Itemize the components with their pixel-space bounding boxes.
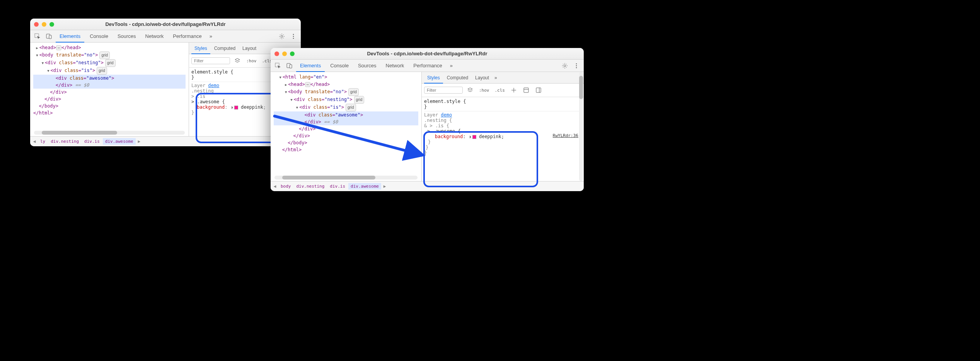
tab-elements[interactable]: Elements (296, 60, 325, 72)
element-style-rule[interactable]: element.style { } (424, 99, 581, 109)
dom-tree[interactable]: <head>⋯</head> <body translate="no">grid… (30, 43, 189, 136)
kebab-icon[interactable] (288, 31, 298, 41)
tab-console[interactable]: Console (326, 60, 353, 72)
grid-badge[interactable]: grid (105, 59, 116, 67)
tab-sources[interactable]: Sources (354, 60, 380, 72)
zoom-icon[interactable] (49, 22, 54, 27)
horizontal-scrollbar[interactable] (34, 131, 185, 135)
subtab-styles[interactable]: Styles (191, 43, 210, 54)
titlebar[interactable]: DevTools - cdpn.io/web-dot-dev/fullpage/… (30, 19, 301, 30)
dom-selected-row[interactable]: <div class="awesome"> (274, 111, 418, 118)
crumb-nesting[interactable]: div.nesting (294, 183, 327, 190)
nested-rule[interactable]: RwYLRdr:36 .nesting { & > .is { > .aweso… (424, 118, 581, 156)
css-property-name[interactable]: background (197, 104, 225, 110)
subtab-styles[interactable]: Styles (424, 72, 443, 84)
source-link[interactable]: RwYLRdr:36 (553, 133, 578, 138)
grid-badge[interactable]: grid (97, 67, 107, 75)
subtab-computed[interactable]: Computed (211, 43, 239, 54)
layers-icon[interactable] (465, 85, 475, 95)
minimize-icon[interactable] (42, 22, 46, 27)
dom-div-is[interactable]: div (302, 104, 310, 110)
breadcrumb-scroll-right-icon[interactable]: ▶ (136, 139, 142, 144)
dom-head-open[interactable]: <head> (39, 45, 56, 50)
gear-icon[interactable] (560, 61, 570, 71)
close-icon[interactable] (274, 51, 279, 56)
cls-toggle[interactable]: .cls (493, 87, 507, 93)
tab-console[interactable]: Console (86, 30, 112, 43)
tab-performance[interactable]: Performance (169, 30, 205, 43)
tab-elements[interactable]: Elements (56, 30, 84, 43)
subtab-layout[interactable]: Layout (472, 72, 492, 84)
close-icon[interactable] (34, 22, 39, 27)
tab-network[interactable]: Network (141, 30, 168, 43)
dom-head-open[interactable]: <head> (288, 82, 305, 87)
plus-icon[interactable] (509, 85, 519, 95)
layer-link[interactable]: demo (208, 83, 219, 88)
inspect-icon[interactable] (32, 31, 43, 41)
collapsed-ellipsis-icon[interactable]: ⋯ (305, 82, 310, 87)
grid-badge[interactable]: grid (346, 104, 356, 111)
dom-div-nesting[interactable]: div (48, 60, 56, 65)
dom-body-tag[interactable]: body (291, 89, 302, 94)
styles-rules[interactable]: element.style { } Layer demo RwYLRdr:36 … (422, 97, 584, 181)
dom-div-nesting[interactable]: div (297, 97, 305, 102)
dom-html-tag[interactable]: html (285, 74, 297, 80)
dom-body-tag[interactable]: body (42, 52, 53, 58)
inspect-icon[interactable] (273, 61, 283, 71)
subtab-computed[interactable]: Computed (444, 72, 471, 84)
subtab-overflow[interactable]: » (493, 72, 499, 84)
css-property-value[interactable]: deeppink (241, 104, 263, 110)
dom-div-awesome[interactable]: div (307, 112, 316, 118)
dom-close-html: </html> (282, 147, 302, 152)
computed-icon[interactable] (521, 85, 531, 95)
panel-toggle-icon[interactable] (533, 85, 544, 95)
tab-network[interactable]: Network (382, 60, 408, 72)
dom-div-is[interactable]: div (53, 68, 62, 73)
device-toggle-icon[interactable] (285, 61, 295, 71)
dom-selected-row[interactable]: <div class="awesome"> (33, 75, 186, 82)
crumb-is[interactable]: div.is (82, 138, 102, 145)
vertical-scrollbar[interactable] (579, 72, 583, 181)
hov-toggle[interactable]: :hov (245, 58, 258, 64)
crumb-awesome[interactable]: div.awesome (348, 183, 381, 190)
styles-filter-input[interactable] (191, 57, 230, 64)
crumb-body[interactable]: ly (38, 138, 48, 145)
horizontal-scrollbar[interactable] (274, 176, 418, 180)
css-property-value[interactable]: deeppink (479, 134, 501, 139)
crumb-awesome[interactable]: div.awesome (103, 138, 136, 145)
expand-shorthand-icon[interactable] (232, 106, 233, 109)
hov-toggle[interactable]: :hov (477, 87, 491, 93)
expand-shorthand-icon[interactable] (470, 135, 471, 139)
minimize-icon[interactable] (282, 51, 287, 56)
grid-badge[interactable]: grid (348, 88, 359, 96)
grid-badge[interactable]: grid (354, 96, 365, 104)
breadcrumb-scroll-right-icon[interactable]: ▶ (382, 184, 387, 189)
color-swatch-icon[interactable] (234, 106, 238, 109)
gear-icon[interactable] (277, 31, 287, 41)
layers-icon[interactable] (232, 56, 242, 66)
breadcrumb-scroll-left-icon[interactable]: ◀ (32, 139, 37, 144)
crumb-body[interactable]: body (278, 183, 293, 190)
styles-filter-input[interactable] (424, 87, 463, 94)
tab-overflow[interactable]: » (207, 30, 215, 43)
device-toggle-icon[interactable] (44, 31, 54, 41)
tab-overflow[interactable]: » (448, 60, 455, 72)
layer-link[interactable]: demo (441, 112, 452, 118)
kebab-icon[interactable] (571, 61, 581, 71)
subtab-layout[interactable]: Layout (239, 43, 259, 54)
tab-sources[interactable]: Sources (114, 30, 140, 43)
color-swatch-icon[interactable] (472, 135, 476, 139)
titlebar[interactable]: DevTools - cdpn.io/web-dot-dev/fullpage/… (271, 48, 584, 60)
collapsed-ellipsis-icon[interactable]: ⋯ (56, 45, 61, 50)
crumb-nesting[interactable]: div.nesting (48, 138, 81, 145)
dom-breadcrumb: ◀ body div.nesting div.is div.awesome ▶ (271, 181, 584, 191)
grid-badge[interactable]: grid (99, 51, 110, 59)
breadcrumb-scroll-left-icon[interactable]: ◀ (272, 184, 278, 189)
crumb-is[interactable]: div.is (327, 183, 348, 190)
zoom-icon[interactable] (290, 51, 295, 56)
dom-tree[interactable]: <html lang="en"> <head>⋯</head> <body tr… (271, 72, 421, 181)
svg-point-3 (281, 35, 283, 37)
tab-performance[interactable]: Performance (409, 60, 446, 72)
dom-div-awesome[interactable]: div (58, 75, 67, 81)
css-property-name[interactable]: background (435, 134, 463, 139)
